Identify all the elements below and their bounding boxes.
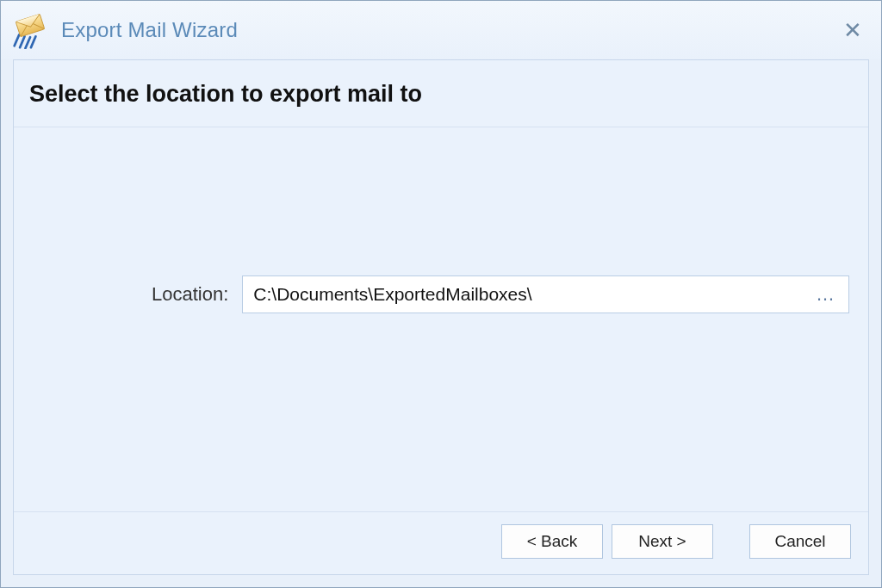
wizard-footer: < Back Next > Cancel <box>14 512 868 574</box>
location-label: Location: <box>152 283 228 306</box>
location-input[interactable] <box>252 283 811 306</box>
nav-button-group: < Back Next > <box>501 524 713 559</box>
back-button[interactable]: < Back <box>501 524 603 559</box>
export-mail-wizard-window: Export Mail Wizard ✕ Select the location… <box>0 0 882 588</box>
close-icon[interactable]: ✕ <box>836 15 869 45</box>
mail-icon <box>9 9 51 51</box>
wizard-body: Location: … <box>14 127 868 511</box>
cancel-button[interactable]: Cancel <box>749 524 851 559</box>
location-field[interactable]: … <box>242 275 849 313</box>
titlebar: Export Mail Wizard ✕ <box>1 1 881 59</box>
window-title: Export Mail Wizard <box>61 18 836 42</box>
wizard-frame: Select the location to export mail to Lo… <box>13 59 869 575</box>
location-row: Location: … <box>152 275 849 313</box>
next-button[interactable]: Next > <box>612 524 713 559</box>
page-heading: Select the location to export mail to <box>14 60 868 127</box>
ellipsis-icon[interactable]: … <box>811 285 842 304</box>
